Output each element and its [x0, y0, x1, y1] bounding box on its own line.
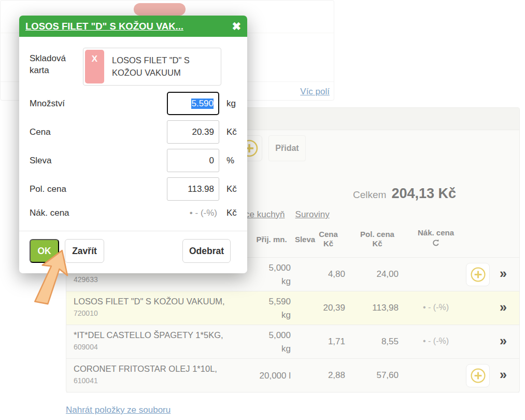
remove-button-behind-modal[interactable]: [134, 3, 186, 16]
table-row[interactable]: CORONET FRITOSTAR OLEJ 1*10L, 610041 20,…: [66, 358, 519, 393]
table-row-highlighted[interactable]: LOSOS FILET "D" S KOŽOU VAKUUM, 720010 5…: [66, 291, 519, 325]
price-cell: 2,88: [311, 370, 345, 381]
stock-card-field: X LOSOS FILET "D" S KOŽOU VAKUUM: [83, 48, 221, 86]
price-cell: 20,39: [311, 303, 345, 313]
item-name: *IT*DEL CASTELLO ŠPAGETY 1*5KG,: [74, 330, 239, 342]
category-tabs: ce kuchyň Suroviny: [245, 209, 330, 220]
quantity-input[interactable]: 5.590: [167, 92, 219, 115]
price-unit: Kč: [226, 127, 237, 137]
qty-unit: kg: [239, 276, 291, 287]
remove-button[interactable]: Odebrat: [182, 239, 231, 263]
item-code: 609004: [74, 343, 239, 351]
plus-circle-icon: [470, 267, 486, 283]
item-price-cell: 113,98: [358, 303, 399, 313]
tab-suroviny[interactable]: Suroviny: [295, 209, 330, 220]
row-expand-chevron[interactable]: »: [500, 367, 515, 382]
stock-card-value: LOSOS FILET "D" S KOŽOU VAKUUM: [106, 48, 221, 85]
purchase-price-label: Nák. cena: [30, 208, 69, 218]
total-value: 204,13 Kč: [391, 186, 456, 202]
table-row[interactable]: *IT*DEL CASTELLO ŠPAGETY 1*5KG, 609004 5…: [66, 325, 519, 358]
quantity-label: Množství: [30, 99, 65, 109]
total-block: Celkem 204,13 Kč: [353, 186, 456, 202]
col-header-item-price: Pol. cena Kč: [354, 230, 401, 248]
row-expand-chevron[interactable]: »: [500, 266, 515, 281]
item-price-unit: Kč: [226, 184, 237, 194]
stock-card-label: Skladová karta: [30, 53, 76, 77]
item-price-cell: 24,00: [358, 269, 399, 279]
remove-stock-card-button[interactable]: X: [85, 50, 104, 83]
price-input[interactable]: 20.39: [167, 120, 219, 144]
modal-title: LOSOS FILET "D" S KOŽOU VAK...: [25, 21, 228, 32]
row-expand-chevron[interactable]: »: [500, 333, 515, 348]
col-header-purchase-price: Nák. cena: [413, 228, 459, 250]
item-price-cell: 8,55: [358, 337, 399, 347]
more-fields-link[interactable]: Víc polí: [300, 87, 330, 97]
total-label: Celkem: [353, 189, 386, 201]
qty-cell: 5,000 kg: [239, 325, 291, 359]
footer-divider: [19, 231, 247, 231]
item-code: 720010: [74, 309, 239, 317]
discount-unit: %: [226, 156, 234, 166]
purchase-price-cell: • - (-%): [413, 303, 459, 312]
qty-unit: kg: [239, 310, 291, 320]
item-edit-modal: LOSOS FILET "D" S KOŽOU VAK... ✖ Skladov…: [19, 16, 247, 273]
item-price-cell: 57,60: [358, 370, 399, 381]
upload-items-link[interactable]: Nahrát položky ze souboru: [66, 405, 171, 415]
item-price-input[interactable]: 113.98: [167, 177, 219, 201]
qty-unit: kg: [239, 344, 291, 354]
item-name-cell: CORONET FRITOSTAR OLEJ 1*10L, 610041: [74, 364, 239, 385]
item-name-cell: *IT*DEL CASTELLO ŠPAGETY 1*5KG, 609004: [74, 330, 239, 351]
price-cell: 1,71: [311, 337, 345, 347]
col-header-received-qty: Přij. mn.: [251, 235, 292, 244]
col-header-price: Cena Kč: [311, 230, 345, 248]
modal-header[interactable]: LOSOS FILET "D" S KOŽOU VAK... ✖: [19, 16, 247, 37]
add-button[interactable]: Přidat: [268, 135, 306, 161]
qty-cell: 20,000 l: [239, 359, 291, 393]
item-code: 610041: [74, 376, 239, 385]
item-price-label: Pol. cena: [30, 184, 66, 194]
item-name-cell: LOSOS FILET "D" S KOŽOU VAKUUM, 720010: [74, 297, 239, 317]
purchase-price-unit: Kč: [226, 208, 237, 218]
price-label: Cena: [30, 127, 51, 137]
item-code: 429633: [74, 275, 239, 284]
row-expand-chevron[interactable]: »: [500, 300, 515, 315]
quantity-unit: kg: [226, 99, 236, 109]
refresh-icon[interactable]: [431, 239, 441, 248]
item-name: LOSOS FILET "D" S KOŽOU VAKUUM,: [74, 297, 239, 308]
purchase-price-value: • - (-%): [167, 208, 219, 218]
discount-label: Sleva: [30, 156, 52, 166]
discount-input[interactable]: 0: [167, 149, 219, 172]
item-name: CORONET FRITOSTAR OLEJ 1*10L,: [74, 364, 239, 375]
tab-kitchen[interactable]: ce kuchyň: [245, 209, 285, 220]
qty-value: 20,000 l: [239, 371, 291, 381]
plus-circle-icon: [470, 368, 486, 384]
purchase-price-cell: • - (-%): [413, 337, 459, 346]
row-add-button[interactable]: [466, 364, 490, 387]
close-icon[interactable]: ✖: [232, 20, 241, 33]
row-add-button[interactable]: [466, 263, 490, 286]
selected-text: 5.590: [191, 99, 214, 109]
qty-value: 5,590: [239, 297, 291, 307]
qty-value: 5,000: [239, 330, 291, 341]
qty-cell: 5,590 kg: [239, 291, 291, 325]
price-cell: 4,80: [311, 269, 345, 279]
